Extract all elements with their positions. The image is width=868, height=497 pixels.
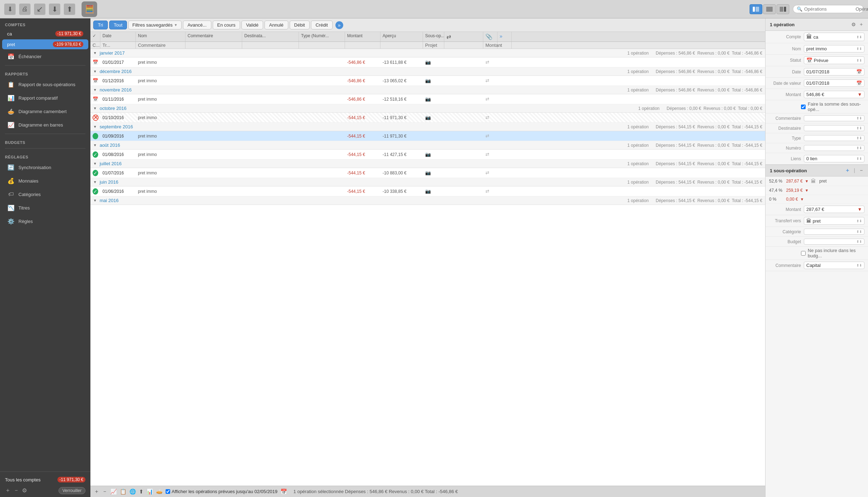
col-date[interactable]: Date (100, 32, 136, 41)
rp-statut-select[interactable]: 📅 Prévue ⬆⬇ (804, 56, 864, 64)
rp-date-input[interactable]: 01/07/2018 📅 (804, 68, 864, 76)
pie-small-icon[interactable]: 🥧 (156, 488, 163, 495)
annule-button[interactable]: Annulé (265, 21, 288, 29)
tx-row[interactable]: ✓ 01/08/2016 pret immo -544,15 € -11 427… (90, 150, 765, 160)
sub-op-row-2[interactable]: 47,4 % 259,19 € ▼ (766, 186, 868, 195)
valide-button[interactable]: Validé (241, 21, 263, 29)
prevues-checkbox-input[interactable] (166, 489, 170, 494)
remove-op-icon[interactable]: － (102, 488, 107, 495)
col-nom[interactable]: Nom (136, 32, 185, 41)
export-icon[interactable]: ⬆ (64, 4, 75, 15)
sidebar-account-pret[interactable]: pret -109 978,63 € (2, 39, 88, 49)
table-icon[interactable]: 📋 (120, 488, 127, 495)
tout-button[interactable]: Tout (109, 21, 127, 29)
sidebar-rapport-comp[interactable]: 📊 Rapport comparatif (2, 91, 88, 104)
rp-liens-select[interactable]: 0 lien ⬆⬇ (804, 155, 864, 162)
view-full[interactable] (763, 4, 776, 14)
month-group-jul2016[interactable]: ▼ juillet 2016 1 opération Dépenses : 54… (90, 160, 765, 168)
rp-categorie-select[interactable]: ⬆⬇ (804, 229, 864, 235)
view-sidebar-left[interactable] (750, 4, 762, 14)
sub-add-icon[interactable]: ＋ (845, 167, 850, 174)
tx-row[interactable]: ✓ 01/06/2016 pret immo -544,15 € -10 338… (90, 186, 765, 196)
col-sous-op[interactable]: Sous-op... (423, 32, 444, 41)
sidebar-categories[interactable]: 🏷 Catégories (2, 188, 88, 201)
rp-commentaire-sub-input[interactable]: Capital ⬆⬇ (804, 262, 864, 269)
prevues-checkbox[interactable]: Afficher les opérations prévues jusqu'au… (166, 489, 278, 494)
globe-icon[interactable]: 🌐 (129, 488, 136, 495)
search-bar[interactable]: 🔍 Opérations (793, 5, 864, 13)
debit-button[interactable]: Débit (290, 21, 310, 29)
col-check[interactable]: ✓ (90, 32, 100, 41)
col-tools1[interactable]: ⇄ (444, 32, 483, 41)
tx-row[interactable]: ✕ 01/10/2016 pret immo -544,15 € -11 971… (90, 113, 765, 123)
credit-button[interactable]: Crédit (311, 21, 333, 29)
en-cours-button[interactable]: En cours (213, 21, 240, 29)
month-group-aug2016[interactable]: ▼ août 2016 1 opération Dépenses : 544,1… (90, 141, 765, 150)
sidebar-regles[interactable]: ⚙️ Règles (2, 215, 88, 228)
rp-compte-select[interactable]: 🏛 ca ⬆⬇ (804, 33, 864, 41)
tx-row[interactable]: 📅 01/12/2016 pret immo -546,86 € -13 065… (90, 76, 765, 86)
rp-transfert-select[interactable]: 🏛 pret ⬆⬇ (804, 217, 864, 225)
print-icon[interactable]: 🖨 (19, 4, 30, 15)
remove-account-icon[interactable]: － (13, 487, 19, 494)
chart-icon[interactable]: 📈 (110, 488, 117, 495)
bar-icon[interactable]: 📊 (146, 488, 153, 495)
tx-row[interactable]: ✓ 01/07/2016 pret immo -544,15 € -10 883… (90, 168, 765, 178)
rp-commentaire-select[interactable]: ⬆⬇ (804, 115, 864, 121)
rp-budget-select[interactable]: ⬆⬇ (804, 239, 864, 245)
import-icon[interactable]: ⬇ (49, 4, 60, 15)
sidebar-titres[interactable]: 📉 Titres (2, 201, 88, 214)
month-group-mai2016[interactable]: ▼ mai 2016 1 opération Dépenses : 544,15… (90, 196, 765, 205)
sub-minus-icon[interactable]: － (859, 167, 864, 174)
tx-row[interactable]: 📅 01/01/2017 pret immo -546,86 € -13 611… (90, 57, 765, 67)
rp-nom-select[interactable]: pret immo ⬆⬇ (804, 45, 864, 52)
rp-numero-select[interactable]: ⬆⬇ (804, 145, 864, 151)
sidebar-diag-barres[interactable]: 📈 Diagramme en barres (2, 118, 88, 131)
expand-button[interactable]: » (335, 21, 343, 29)
sidebar-synchronisation[interactable]: 🔄 Synchronisation (2, 161, 88, 174)
col-montant[interactable]: Montant (345, 32, 380, 41)
calendar-view-icon[interactable]: 📅 (280, 488, 287, 495)
refresh-icon[interactable]: ↙ (34, 4, 45, 15)
download-icon[interactable]: ⬇ (4, 4, 16, 15)
sidebar-diag-camembert[interactable]: 🥧 Diagramme camembert (2, 105, 88, 118)
col-commentaire[interactable]: Commentaire (185, 32, 242, 41)
lock-button[interactable]: Verrouiller (59, 487, 85, 494)
view-sidebar-right[interactable] (777, 4, 789, 14)
search-input[interactable] (804, 6, 854, 12)
rp-destinataire-select[interactable]: ⬆⬇ (804, 125, 864, 131)
sub-op-row-1[interactable]: 52,6 % 287,67 € ▼ 🏛 pret (766, 177, 868, 186)
sub-op-row-3[interactable]: 0 % 0,00 € ▼ (766, 195, 868, 204)
rp-date-valeur-input[interactable]: 01/07/2018 📅 (804, 79, 864, 87)
rp-montant-input[interactable]: 546,86 € ▼ (804, 91, 864, 98)
month-group-oct2016[interactable]: ▼ octobre 2016 1 opération Dépenses : 0,… (90, 104, 765, 113)
settings-icon[interactable]: ⚙ (22, 487, 27, 494)
rp-add-icon[interactable]: ＋ (859, 21, 864, 28)
filtres-sauvegardes-dropdown[interactable]: Filtres sauvegardés ▼ (128, 21, 181, 29)
sidebar-account-ca[interactable]: ca -11 971,30 € (2, 29, 88, 39)
col-apercu[interactable]: Aperçu (380, 32, 423, 41)
col-type[interactable]: Type (Numér... (299, 32, 345, 41)
tx-row[interactable]: 📅 01/11/2016 pret immo -546,86 € -12 518… (90, 94, 765, 104)
month-group-dec2016[interactable]: ▼ décembre 2016 1 opération Dépenses : 5… (90, 67, 765, 76)
budget-checkbox[interactable] (801, 251, 806, 256)
col-destinataire[interactable]: Destinata... (242, 32, 299, 41)
rp-gear-icon[interactable]: ⚙ (851, 22, 856, 27)
avance-button[interactable]: Avancé... (183, 21, 211, 29)
rp-type-select[interactable]: ⬆⬇ (804, 135, 864, 141)
rp-montant-sub-input[interactable]: 287,67 € ▼ (804, 206, 864, 213)
sidebar-rapport-sous[interactable]: 📋 Rapport de sous-opérations (2, 78, 88, 91)
sidebar-monnaies[interactable]: 💰 Monnaies (2, 174, 88, 187)
month-group-jan2017[interactable]: ▼ janvier 2017 1 opération Dépenses : 54… (90, 49, 765, 57)
month-group-jun2016[interactable]: ▼ juin 2016 1 opération Dépenses : 544,1… (90, 178, 765, 186)
import-icon[interactable]: ⬆ (139, 488, 144, 495)
month-group-sep2016[interactable]: ▼ septembre 2016 1 opération Dépenses : … (90, 123, 765, 131)
col-tools2[interactable]: 📎 (483, 32, 497, 41)
add-account-icon[interactable]: ＋ (5, 487, 11, 494)
tx-row-selected[interactable]: ✓ 01/09/2016 pret immo -544,15 € -11 971… (90, 131, 765, 141)
sidebar-echeancier[interactable]: 📅 Échéancier (2, 50, 88, 63)
add-op-icon[interactable]: ＋ (94, 488, 99, 495)
sum-checkbox[interactable] (801, 105, 806, 109)
tri-button[interactable]: Tri (93, 21, 108, 29)
month-group-nov2016[interactable]: ▼ novembre 2016 1 opération Dépenses : 5… (90, 86, 765, 94)
